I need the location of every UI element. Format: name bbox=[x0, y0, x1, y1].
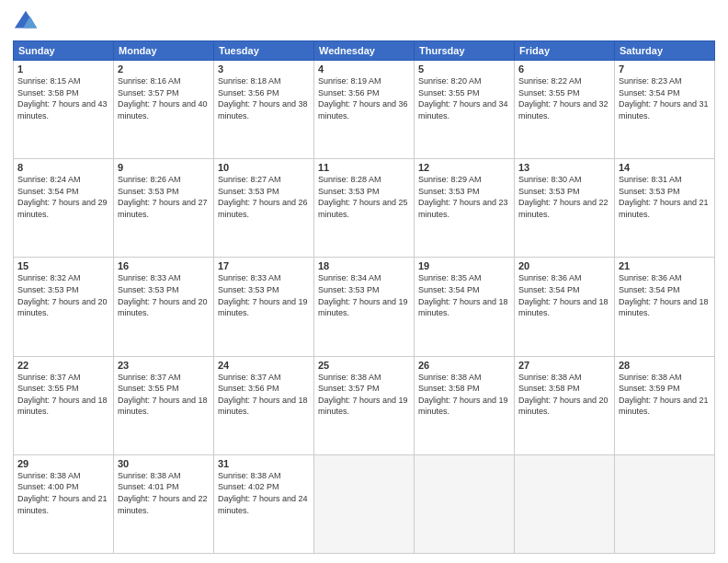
calendar-cell: 25Sunrise: 8:38 AMSunset: 3:57 PMDayligh… bbox=[314, 356, 415, 454]
calendar-cell: 4Sunrise: 8:19 AMSunset: 3:56 PMDaylight… bbox=[314, 61, 415, 159]
calendar-cell: 23Sunrise: 8:37 AMSunset: 3:55 PMDayligh… bbox=[114, 356, 214, 454]
calendar-cell: 3Sunrise: 8:18 AMSunset: 3:56 PMDaylight… bbox=[214, 61, 314, 159]
day-number: 28 bbox=[619, 360, 711, 371]
calendar-row: 8Sunrise: 8:24 AMSunset: 3:54 PMDaylight… bbox=[14, 159, 715, 258]
calendar-row: 29Sunrise: 8:38 AMSunset: 4:00 PMDayligh… bbox=[14, 454, 715, 553]
day-number: 12 bbox=[418, 162, 510, 173]
calendar-cell: 22Sunrise: 8:37 AMSunset: 3:55 PMDayligh… bbox=[14, 356, 114, 454]
page: SundayMondayTuesdayWednesdayThursdayFrid… bbox=[0, 0, 728, 563]
day-number: 21 bbox=[619, 260, 711, 271]
day-info: Sunrise: 8:36 AMSunset: 3:54 PMDaylight:… bbox=[619, 272, 711, 318]
calendar-cell: 6Sunrise: 8:22 AMSunset: 3:55 PMDaylight… bbox=[515, 61, 615, 159]
day-info: Sunrise: 8:38 AMSunset: 4:01 PMDaylight:… bbox=[118, 470, 210, 516]
calendar-row: 1Sunrise: 8:15 AMSunset: 3:58 PMDaylight… bbox=[14, 61, 715, 159]
calendar-cell: 20Sunrise: 8:36 AMSunset: 3:54 PMDayligh… bbox=[515, 258, 615, 356]
day-info: Sunrise: 8:38 AMSunset: 3:58 PMDaylight:… bbox=[518, 372, 610, 418]
day-info: Sunrise: 8:18 AMSunset: 3:56 PMDaylight:… bbox=[218, 75, 310, 121]
day-number: 15 bbox=[17, 260, 109, 271]
day-info: Sunrise: 8:27 AMSunset: 3:53 PMDaylight:… bbox=[218, 174, 310, 220]
calendar-cell: 11Sunrise: 8:28 AMSunset: 3:53 PMDayligh… bbox=[314, 159, 415, 258]
day-info: Sunrise: 8:36 AMSunset: 3:54 PMDaylight:… bbox=[518, 272, 610, 318]
day-info: Sunrise: 8:15 AMSunset: 3:58 PMDaylight:… bbox=[17, 75, 109, 121]
day-info: Sunrise: 8:37 AMSunset: 3:55 PMDaylight:… bbox=[17, 372, 109, 418]
day-number: 10 bbox=[218, 162, 310, 173]
day-number: 2 bbox=[118, 63, 210, 75]
day-number: 16 bbox=[118, 260, 210, 271]
day-number: 31 bbox=[218, 458, 310, 469]
calendar-table: SundayMondayTuesdayWednesdayThursdayFrid… bbox=[13, 40, 715, 554]
day-number: 18 bbox=[318, 260, 410, 271]
header bbox=[13, 9, 715, 35]
calendar-cell: 29Sunrise: 8:38 AMSunset: 4:00 PMDayligh… bbox=[14, 454, 114, 553]
calendar-cell: 7Sunrise: 8:23 AMSunset: 3:54 PMDaylight… bbox=[615, 61, 715, 159]
day-info: Sunrise: 8:22 AMSunset: 3:55 PMDaylight:… bbox=[518, 75, 610, 121]
day-info: Sunrise: 8:31 AMSunset: 3:53 PMDaylight:… bbox=[619, 174, 711, 220]
calendar-cell: 5Sunrise: 8:20 AMSunset: 3:55 PMDaylight… bbox=[415, 61, 515, 159]
day-number: 26 bbox=[418, 360, 510, 371]
day-header: Sunday bbox=[14, 41, 114, 61]
calendar-cell: 1Sunrise: 8:15 AMSunset: 3:58 PMDaylight… bbox=[14, 61, 114, 159]
day-info: Sunrise: 8:26 AMSunset: 3:53 PMDaylight:… bbox=[118, 174, 210, 220]
day-info: Sunrise: 8:33 AMSunset: 3:53 PMDaylight:… bbox=[118, 272, 210, 318]
day-number: 30 bbox=[118, 458, 210, 469]
day-number: 25 bbox=[318, 360, 410, 371]
day-info: Sunrise: 8:28 AMSunset: 3:53 PMDaylight:… bbox=[318, 174, 410, 220]
day-number: 27 bbox=[518, 360, 610, 371]
day-number: 22 bbox=[17, 360, 109, 371]
calendar-cell: 15Sunrise: 8:32 AMSunset: 3:53 PMDayligh… bbox=[14, 258, 114, 356]
day-number: 9 bbox=[118, 162, 210, 173]
calendar-cell bbox=[615, 454, 715, 553]
day-header: Wednesday bbox=[314, 41, 415, 61]
calendar-row: 22Sunrise: 8:37 AMSunset: 3:55 PMDayligh… bbox=[14, 356, 715, 454]
day-info: Sunrise: 8:24 AMSunset: 3:54 PMDaylight:… bbox=[17, 174, 109, 220]
logo-icon bbox=[13, 9, 39, 35]
day-number: 8 bbox=[17, 162, 109, 173]
day-number: 13 bbox=[518, 162, 610, 173]
day-info: Sunrise: 8:38 AMSunset: 3:58 PMDaylight:… bbox=[418, 372, 510, 418]
day-info: Sunrise: 8:38 AMSunset: 3:57 PMDaylight:… bbox=[318, 372, 410, 418]
calendar-cell: 31Sunrise: 8:38 AMSunset: 4:02 PMDayligh… bbox=[214, 454, 314, 553]
calendar-cell: 24Sunrise: 8:37 AMSunset: 3:56 PMDayligh… bbox=[214, 356, 314, 454]
calendar-cell: 14Sunrise: 8:31 AMSunset: 3:53 PMDayligh… bbox=[615, 159, 715, 258]
day-info: Sunrise: 8:19 AMSunset: 3:56 PMDaylight:… bbox=[318, 75, 410, 121]
day-info: Sunrise: 8:38 AMSunset: 3:59 PMDaylight:… bbox=[619, 372, 711, 418]
day-header: Tuesday bbox=[214, 41, 314, 61]
day-info: Sunrise: 8:38 AMSunset: 4:02 PMDaylight:… bbox=[218, 470, 310, 516]
day-number: 7 bbox=[619, 63, 711, 75]
calendar-cell: 17Sunrise: 8:33 AMSunset: 3:53 PMDayligh… bbox=[214, 258, 314, 356]
day-header: Thursday bbox=[415, 41, 515, 61]
calendar-cell: 13Sunrise: 8:30 AMSunset: 3:53 PMDayligh… bbox=[515, 159, 615, 258]
day-info: Sunrise: 8:16 AMSunset: 3:57 PMDaylight:… bbox=[118, 75, 210, 121]
day-number: 29 bbox=[17, 458, 109, 469]
day-number: 11 bbox=[318, 162, 410, 173]
calendar-cell: 26Sunrise: 8:38 AMSunset: 3:58 PMDayligh… bbox=[415, 356, 515, 454]
day-info: Sunrise: 8:30 AMSunset: 3:53 PMDaylight:… bbox=[518, 174, 610, 220]
calendar-cell: 12Sunrise: 8:29 AMSunset: 3:53 PMDayligh… bbox=[415, 159, 515, 258]
day-number: 14 bbox=[619, 162, 711, 173]
day-header: Friday bbox=[515, 41, 615, 61]
day-info: Sunrise: 8:29 AMSunset: 3:53 PMDaylight:… bbox=[418, 174, 510, 220]
day-info: Sunrise: 8:23 AMSunset: 3:54 PMDaylight:… bbox=[619, 75, 711, 121]
calendar-cell bbox=[515, 454, 615, 553]
calendar-cell: 9Sunrise: 8:26 AMSunset: 3:53 PMDaylight… bbox=[114, 159, 214, 258]
day-header: Saturday bbox=[615, 41, 715, 61]
day-number: 6 bbox=[518, 63, 610, 75]
day-number: 19 bbox=[418, 260, 510, 271]
calendar-cell: 2Sunrise: 8:16 AMSunset: 3:57 PMDaylight… bbox=[114, 61, 214, 159]
day-number: 17 bbox=[218, 260, 310, 271]
day-header: Monday bbox=[114, 41, 214, 61]
day-number: 4 bbox=[318, 63, 410, 75]
calendar-cell bbox=[314, 454, 415, 553]
day-number: 24 bbox=[218, 360, 310, 371]
calendar-cell: 30Sunrise: 8:38 AMSunset: 4:01 PMDayligh… bbox=[114, 454, 214, 553]
calendar-cell: 8Sunrise: 8:24 AMSunset: 3:54 PMDaylight… bbox=[14, 159, 114, 258]
day-number: 5 bbox=[418, 63, 510, 75]
day-info: Sunrise: 8:37 AMSunset: 3:56 PMDaylight:… bbox=[218, 372, 310, 418]
day-info: Sunrise: 8:20 AMSunset: 3:55 PMDaylight:… bbox=[418, 75, 510, 121]
calendar-cell: 21Sunrise: 8:36 AMSunset: 3:54 PMDayligh… bbox=[615, 258, 715, 356]
day-info: Sunrise: 8:34 AMSunset: 3:53 PMDaylight:… bbox=[318, 272, 410, 318]
calendar-cell: 10Sunrise: 8:27 AMSunset: 3:53 PMDayligh… bbox=[214, 159, 314, 258]
day-number: 23 bbox=[118, 360, 210, 371]
calendar-cell: 27Sunrise: 8:38 AMSunset: 3:58 PMDayligh… bbox=[515, 356, 615, 454]
logo bbox=[13, 9, 42, 35]
